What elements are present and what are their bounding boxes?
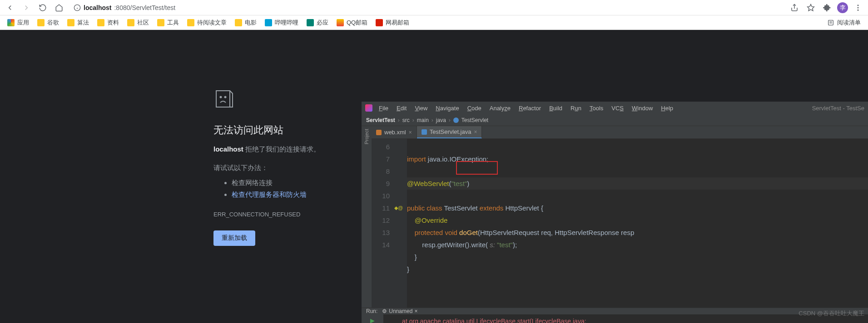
bookmark-folder[interactable]: 工具 <box>154 17 183 29</box>
close-icon[interactable]: × <box>409 129 412 136</box>
close-icon[interactable]: × <box>474 129 477 135</box>
ide-body: Project web.xml× TestServlet.java× 67891… <box>362 126 868 308</box>
bing-icon <box>307 19 314 26</box>
highlight-box <box>456 161 498 175</box>
forward-button[interactable] <box>20 1 33 14</box>
menu-run[interactable]: Run <box>570 105 581 112</box>
tab-testservlet[interactable]: TestServlet.java× <box>417 126 482 138</box>
apps-shortcut[interactable]: 应用 <box>4 17 33 29</box>
svg-point-6 <box>858 7 859 8</box>
menu-edit[interactable]: Edit <box>397 105 407 112</box>
bookmark-item[interactable]: 哔哩哔哩 <box>261 17 302 29</box>
bookmarks-bar: 应用 谷歌 算法 资料 社区 工具 待阅读文章 电影 哔哩哔哩 必应 QQ邮箱 … <box>0 15 868 30</box>
bookmark-folder[interactable]: 电影 <box>231 17 260 29</box>
163mail-icon <box>376 19 383 26</box>
menu-build[interactable]: Build <box>549 105 562 112</box>
bookmark-item[interactable]: QQ邮箱 <box>333 17 371 29</box>
project-tool[interactable]: Project <box>364 129 369 144</box>
menu-file[interactable]: File <box>379 105 388 112</box>
crumb-item[interactable]: src <box>402 117 410 123</box>
run-icon[interactable]: ▶ <box>368 316 377 323</box>
svg-point-7 <box>858 9 859 10</box>
xml-icon <box>376 130 382 135</box>
tab-webxml[interactable]: web.xml× <box>372 126 417 138</box>
folder-icon <box>235 19 242 26</box>
extensions-button[interactable] <box>821 1 833 14</box>
code-area[interactable]: import java.io.IOException; @WebServlet(… <box>407 139 868 308</box>
reload-page-button[interactable]: 重新加载 <box>213 230 255 246</box>
close-icon[interactable]: × <box>414 308 417 314</box>
ide-menubar: File Edit View Navigate Code Analyze Ref… <box>379 105 673 112</box>
bookmark-folder[interactable]: 资料 <box>94 17 123 29</box>
folder-icon <box>187 19 194 26</box>
svg-point-5 <box>858 5 859 6</box>
folder-icon <box>97 19 104 26</box>
editor-tabs: web.xml× TestServlet.java× <box>372 126 868 139</box>
code-editor[interactable]: 67891011121314 ◆@ import java.io.IOExcep… <box>372 139 868 308</box>
menu-refactor[interactable]: Refactor <box>519 105 541 112</box>
profile-avatar[interactable]: 李 <box>837 2 848 13</box>
ide-breadcrumb: ServletTest› src› main› java› TestServle… <box>362 114 868 126</box>
crumb-item[interactable]: TestServlet <box>461 117 488 123</box>
class-icon <box>422 129 427 135</box>
svg-marker-4 <box>808 4 814 10</box>
back-button[interactable] <box>4 1 16 14</box>
menu-tools[interactable]: Tools <box>590 105 603 112</box>
qqmail-icon <box>337 19 344 26</box>
folder-icon <box>127 19 134 26</box>
class-icon <box>453 117 459 123</box>
bookmark-item[interactable]: 网易邮箱 <box>372 17 413 29</box>
url-host: localhost <box>84 4 111 11</box>
bookmark-folder[interactable]: 社区 <box>124 17 153 29</box>
crumb-item[interactable]: ServletTest <box>366 117 395 123</box>
ide-sidebar: Project <box>362 126 372 308</box>
ide-titlebar: File Edit View Navigate Code Analyze Ref… <box>362 102 868 114</box>
svg-point-12 <box>220 97 222 98</box>
menu-vcs[interactable]: VCS <box>611 105 624 112</box>
line-gutter: 67891011121314 <box>372 139 394 308</box>
folder-icon <box>157 19 164 26</box>
run-header: Run: ⚙ Unnamed × <box>362 308 868 314</box>
icon-gutter: ◆@ <box>394 139 407 308</box>
browser-toolbar: localhost:8080/ServletTest/test 李 <box>0 0 868 15</box>
bookmark-item[interactable]: 必应 <box>303 17 332 29</box>
bilibili-icon <box>265 19 272 26</box>
menu-button[interactable] <box>852 1 864 14</box>
bookmark-folder[interactable]: 算法 <box>64 17 93 29</box>
svg-rect-11 <box>216 91 230 107</box>
reading-list-icon <box>827 19 834 26</box>
run-toolbar: ▶ ↑ ⚙ ↓ <box>362 314 383 323</box>
crumb-item[interactable]: java <box>436 117 446 123</box>
bookmark-folder[interactable]: 待阅读文章 <box>184 17 230 29</box>
ide-window: File Edit View Navigate Code Analyze Ref… <box>362 102 868 323</box>
run-label: Run: <box>366 308 377 314</box>
folder-icon <box>37 19 45 26</box>
run-body: ▶ ↑ ⚙ ↓ at org.apache.catalina.util.Life… <box>362 314 868 323</box>
proxy-link[interactable]: 检查代理服务器和防火墙 <box>232 191 307 198</box>
reading-list[interactable]: 阅读清单 <box>823 17 864 29</box>
reload-button[interactable] <box>36 1 49 14</box>
run-console[interactable]: at org.apache.catalina.util.LifecycleBas… <box>383 314 868 323</box>
address-bar[interactable]: localhost:8080/ServletTest/test <box>69 1 784 14</box>
url-path: :8080/ServletTest/test <box>114 4 175 11</box>
apps-icon <box>7 19 15 26</box>
watermark: CSDN @吞吞吐吐大魔王 <box>799 309 864 318</box>
run-tab[interactable]: ⚙ Unnamed × <box>382 308 417 314</box>
menu-code[interactable]: Code <box>467 105 481 112</box>
folder-icon <box>67 19 74 26</box>
ide-window-title: ServletTest - TestSe <box>812 105 864 112</box>
crumb-item[interactable]: main <box>417 117 429 123</box>
menu-window[interactable]: Window <box>632 105 653 112</box>
page-viewport: 无法访问此网站 localhost 拒绝了我们的连接请求。 请试试以下办法： 检… <box>0 30 868 323</box>
run-panel: Run: ⚙ Unnamed × ▶ ↑ ⚙ ↓ at org.apache.c… <box>362 308 868 323</box>
star-button[interactable] <box>804 1 817 14</box>
svg-point-13 <box>225 97 226 98</box>
menu-analyze[interactable]: Analyze <box>490 105 511 112</box>
bookmark-folder[interactable]: 谷歌 <box>34 17 63 29</box>
sad-page-icon <box>213 89 235 111</box>
menu-view[interactable]: View <box>415 105 427 112</box>
share-button[interactable] <box>788 1 801 14</box>
home-button[interactable] <box>53 1 65 14</box>
menu-navigate[interactable]: Navigate <box>436 105 459 112</box>
menu-help[interactable]: Help <box>661 105 673 112</box>
